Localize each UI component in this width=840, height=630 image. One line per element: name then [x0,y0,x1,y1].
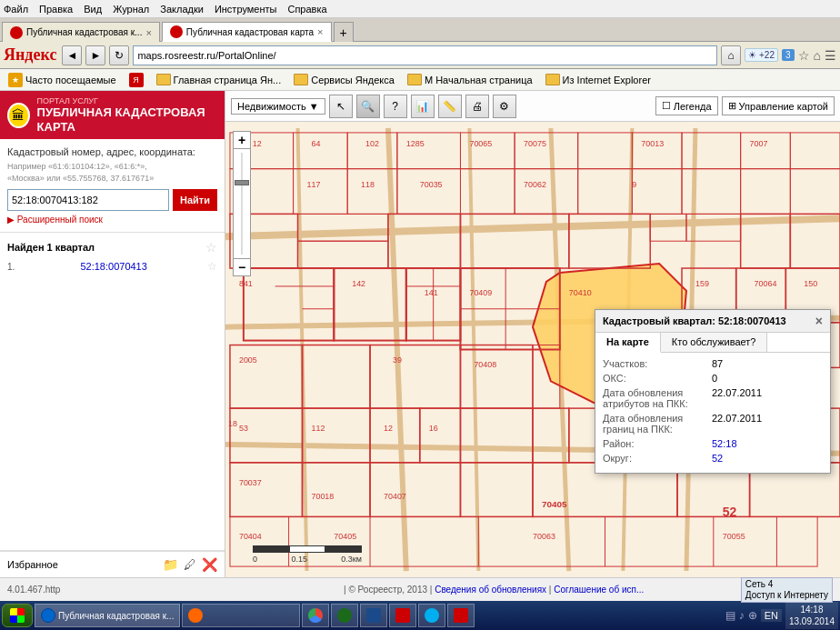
new-tab-button[interactable]: + [334,22,354,42]
favorites-manage-icon[interactable]: 🖊 [184,557,196,572]
tool-search[interactable]: 🔍 [356,95,380,118]
svg-text:70063: 70063 [533,532,555,541]
taskbar-item-media[interactable] [331,604,358,627]
tray-clock[interactable]: 14:18 13.09.2014 [785,602,838,629]
taskbar-item-chrome[interactable] [302,604,329,627]
svg-text:142: 142 [352,279,365,288]
skype-icon [425,608,439,623]
status-agreement-link[interactable]: Соглашение об исп... [554,585,644,595]
back-button[interactable]: ◄ [62,45,82,65]
taskbar-item-acro[interactable] [447,604,475,627]
reload-button[interactable]: ↻ [109,45,129,65]
popup-title: Кадастровый квартал: 52:18:0070413 [603,315,786,326]
home-button[interactable]: ⌂ [721,45,741,65]
tab-1-close[interactable]: × [145,27,151,38]
tab-2[interactable]: Публичная кадастровая карта × [162,22,332,42]
sidebar: 🏛 ПОРТАЛ УСЛУГ ПУБЛИЧНАЯ КАДАСТРОВАЯ КАР… [0,91,225,577]
search-area: Кадастровый номер, адрес, координата: На… [0,139,225,233]
zoom-handle[interactable] [235,180,249,185]
taskbar-item-ie[interactable]: Публичная кадастровая к... [35,604,180,627]
taskbar-item-red[interactable] [389,604,416,627]
tray-language[interactable]: EN [761,609,782,622]
info-value-district[interactable]: 52:18 [712,438,737,449]
media-icon [337,608,352,623]
legend-button[interactable]: ☐ Легенда [655,96,718,115]
address-input[interactable] [133,45,717,65]
menu-file[interactable]: Файл [4,4,28,15]
status-updates-link[interactable]: Сведения об обновлениях [435,585,546,595]
advanced-search-link[interactable]: Расширенный поиск [7,215,217,225]
zoom-out-button[interactable]: − [233,258,251,276]
home-icon[interactable]: ⌂ [814,48,821,63]
taskbar-item-ff[interactable] [182,604,300,627]
menu-edit[interactable]: Правка [39,4,73,15]
tab-2-close[interactable]: × [317,26,323,37]
svg-text:70065: 70065 [469,139,492,148]
bookmark-start[interactable]: М Начальная страница [403,73,537,86]
tool-chart[interactable]: 📊 [411,95,435,118]
info-row-region: Округ: 52 [603,453,823,464]
taskbar-item-blue[interactable] [360,604,387,627]
folder-icon-1 [156,74,171,85]
menu-journal[interactable]: Журнал [113,4,149,15]
tray-sound-icon[interactable]: ♪ [739,609,745,622]
popup-header: Кадастровый квартал: 52:18:0070413 × [595,310,830,333]
search-button[interactable]: Найти [173,189,217,211]
info-label-region: Округ: [603,453,712,464]
menu-view[interactable]: Вид [84,4,102,15]
zoom-in-button[interactable]: + [233,131,251,149]
tray-network-icon[interactable]: ▤ [725,609,735,622]
svg-text:1285: 1285 [406,139,425,148]
taskbar-item-ie-label: Публичная кадастровая к... [58,611,174,621]
popup-tabs: На карте Кто обслуживает? [595,333,830,353]
zoom-slider[interactable] [233,149,251,258]
tab-2-favicon [170,25,183,38]
result-star-icon[interactable]: ☆ [207,260,217,273]
taskbar-item-skype[interactable] [418,604,445,627]
popup-tab-service[interactable]: Кто обслуживает? [661,333,768,352]
tool-info[interactable]: ? [384,95,407,118]
tool-cursor[interactable]: ↖ [329,95,353,118]
results-star-icon[interactable]: ☆ [205,240,217,255]
scale-label-0: 0 [253,555,257,564]
result-link-1[interactable]: 52:18:0070413 [80,261,146,272]
svg-text:39: 39 [393,355,402,365]
popup-tab-map[interactable]: На карте [595,333,661,353]
status-copyright: | © Росреестр, 2013 | Сведения об обновл… [255,585,734,595]
menu-tools[interactable]: Инструменты [215,4,277,15]
search-label: Кадастровый номер, адрес, координата: [7,146,217,157]
bookmark-yandex[interactable]: Я [125,72,148,88]
search-input[interactable] [7,189,169,211]
favorites-delete-icon[interactable]: ❌ [202,557,217,572]
star-icon[interactable]: ☆ [798,48,810,63]
favorites-add-icon[interactable]: 📁 [163,557,178,572]
map-management-button[interactable]: ⊞ Управление картой [722,96,835,115]
folder-icon-4 [545,74,560,85]
tray-battery-icon[interactable]: ⊕ [748,609,757,622]
tab-1[interactable]: Публичная кадастровая к... × [2,22,160,42]
bookmark-star-icon: ★ [8,73,23,87]
start-button[interactable] [2,604,33,627]
bookmark-yandex-main[interactable]: Главная страница Ян... [152,73,286,86]
forward-button[interactable]: ► [85,45,105,65]
info-value-oks: 0 [712,373,717,384]
tray-time-display: 14:18 [789,604,835,615]
tab-1-favicon [10,26,23,39]
bookmark-ie[interactable]: Из Internet Explorer [541,73,655,86]
legend-checkbox[interactable]: ☐ [662,100,671,112]
address-bar: Яндекс ◄ ► ↻ ⌂ ☀ +22 3 ☆ ⌂ ☰ [0,42,840,69]
svg-text:102: 102 [365,139,379,148]
layer-dropdown[interactable]: Недвижимость ▼ [231,98,325,115]
popup-close-button[interactable]: × [815,314,823,328]
tool-ruler[interactable]: 📏 [438,95,462,118]
map-area[interactable]: Недвижимость ▼ ↖ 🔍 ? 📊 📏 🖨 ⚙ ☐ Легенда ⊞… [225,91,840,577]
tool-print[interactable]: 🖨 [465,95,489,118]
tool-settings[interactable]: ⚙ [493,95,516,118]
svg-text:70075: 70075 [524,139,546,148]
bookmark-services[interactable]: Сервисы Яндекса [289,73,399,86]
info-value-region[interactable]: 52 [712,453,723,464]
bookmark-frequent[interactable]: ★ Часто посещаемые [4,72,121,88]
settings-icon[interactable]: ☰ [825,48,836,63]
menu-help[interactable]: Справка [287,4,326,15]
menu-bookmarks[interactable]: Закладки [160,4,204,15]
